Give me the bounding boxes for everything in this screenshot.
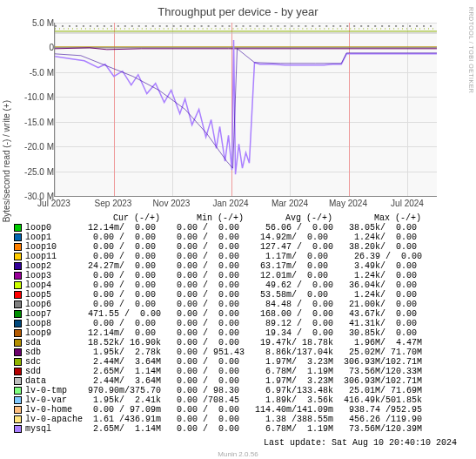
legend-text: lv-0-home 0.00 / 97.09m 0.00 / 0.00 114.…	[25, 405, 427, 415]
plot-area	[54, 23, 437, 197]
legend-text: loop2 24.27m/ 0.00 0.00 / 0.00 63.17m/ 0…	[25, 261, 422, 271]
legend-swatch	[14, 300, 22, 308]
legend-swatch	[14, 233, 22, 241]
xtick: May 2024	[326, 199, 370, 208]
legend-text: loop6 0.00 / 0.00 0.00 / 0.00 84.48 / 0.…	[25, 300, 422, 309]
xtick: Jul 2023	[32, 199, 76, 208]
legend-swatch	[14, 387, 22, 395]
xtick: Mar 2024	[268, 199, 312, 208]
legend-row: loop3 0.00 / 0.00 0.00 / 0.00 12.01m/ 0.…	[14, 271, 427, 280]
chart-lines	[55, 23, 437, 196]
legend-swatch	[14, 310, 22, 318]
legend-swatch	[14, 262, 22, 270]
legend-text: loop0 12.14m/ 0.00 0.00 / 0.00 56.06 / 0…	[25, 223, 422, 233]
legend-swatch	[14, 406, 22, 414]
rrdtool-watermark: RRDTOOL / TOBI OETIKER	[468, 7, 474, 93]
legend-row: lv-0-tmp 970.90m/375.70 0.00 / 98.30 6.9…	[14, 386, 427, 395]
legend-text: loop9 12.14m/ 0.00 0.00 / 0.00 19.34 / 0…	[25, 328, 422, 338]
legend-swatch	[14, 329, 22, 337]
legend-swatch	[14, 358, 22, 366]
legend-row: lv-0-apache 1.61 /436.91m 0.00 / 0.00 1.…	[14, 415, 427, 424]
legend-row: loop5 0.00 / 0.00 0.00 / 0.00 53.58m/ 0.…	[14, 290, 427, 300]
legend-row: loop2 24.27m/ 0.00 0.00 / 0.00 63.17m/ 0…	[14, 261, 427, 271]
ytick: 0	[6, 43, 54, 52]
legend-text: data 2.44M/ 3.64M 0.00 / 0.00 1.97M/ 3.2…	[25, 376, 422, 386]
ytick: 5.0 M	[6, 18, 54, 28]
legend-text: loop4 0.00 / 0.00 0.00 / 0.00 49.62 / 0.…	[25, 280, 422, 290]
legend-row: loop10 0.00 / 0.00 0.00 / 0.00 127.47 / …	[14, 242, 427, 252]
legend-row: loop0 12.14m/ 0.00 0.00 / 0.00 56.06 / 0…	[14, 223, 427, 233]
ytick: -5.0 M	[6, 68, 54, 78]
legend-text: lv-0-tmp 970.90m/375.70 0.00 / 98.30 6.9…	[25, 386, 422, 395]
legend-row: sda 18.52k/ 16.90k 0.00 / 0.00 19.47k/ 1…	[14, 338, 427, 348]
legend-swatch	[14, 243, 22, 251]
legend-swatch	[14, 348, 22, 356]
legend-swatch	[14, 272, 22, 280]
legend-swatch	[14, 224, 22, 232]
legend-swatch	[14, 377, 22, 385]
ytick: -25.0 M	[6, 167, 54, 177]
legend-row: loop1 0.00 / 0.00 0.00 / 0.00 14.92m/ 0.…	[14, 233, 427, 242]
legend-row: sdc 2.44M/ 3.64M 0.00 / 0.00 1.97M/ 3.23…	[14, 357, 427, 367]
legend-swatch	[14, 281, 22, 289]
legend-table: Cur (-/+) Min (-/+) Avg (-/+) Max (-/+) …	[14, 213, 427, 434]
legend-row: loop6 0.00 / 0.00 0.00 / 0.00 84.48 / 0.…	[14, 300, 427, 309]
legend-text: lv-0-apache 1.61 /436.91m 0.00 / 0.00 1.…	[25, 415, 427, 424]
legend-swatch	[14, 339, 22, 347]
legend-text: loop7 471.55 / 0.00 0.00 / 0.00 168.00 /…	[25, 309, 422, 319]
legend-text: loop11 0.00 / 0.00 0.00 / 0.00 1.17m/ 0.…	[25, 252, 427, 261]
xtick: Jan 2024	[209, 199, 252, 208]
last-update: Last update: Sat Aug 10 20:40:10 2024	[264, 438, 457, 448]
legend-row: lv-0-var 1.95k/ 2.41k 0.00 /708.45 1.89k…	[14, 395, 427, 405]
legend-text: loop5 0.00 / 0.00 0.00 / 0.00 53.58m/ 0.…	[25, 290, 422, 300]
legend-row: mysql 2.65M/ 1.14M 0.00 / 0.00 6.78M/ 1.…	[14, 424, 427, 434]
legend-text: loop3 0.00 / 0.00 0.00 / 0.00 12.01m/ 0.…	[25, 271, 422, 280]
legend-text: sdb 1.95k/ 2.78k 0.00 / 951.43 8.86k/137…	[25, 348, 422, 357]
ytick: -10.0 M	[6, 92, 54, 102]
legend-row: loop4 0.00 / 0.00 0.00 / 0.00 49.62 / 0.…	[14, 280, 427, 290]
legend-row: sdb 1.95k/ 2.78k 0.00 / 951.43 8.86k/137…	[14, 348, 427, 357]
legend-row: sdd 2.65M/ 1.14M 0.00 / 0.00 6.78M/ 1.19…	[14, 367, 427, 376]
legend-text: loop1 0.00 / 0.00 0.00 / 0.00 14.92m/ 0.…	[25, 233, 422, 242]
legend-swatch	[14, 320, 22, 327]
legend-row: loop9 12.14m/ 0.00 0.00 / 0.00 19.34 / 0…	[14, 328, 427, 338]
legend-text: mysql 2.65M/ 1.14M 0.00 / 0.00 6.78M/ 1.…	[25, 424, 422, 434]
legend-text: lv-0-var 1.95k/ 2.41k 0.00 /708.45 1.89k…	[25, 395, 422, 405]
legend-row: loop7 471.55 / 0.00 0.00 / 0.00 168.00 /…	[14, 309, 427, 319]
xtick: Jul 2024	[385, 199, 429, 208]
legend-row: loop8 0.00 / 0.00 0.00 / 0.00 89.12 / 0.…	[14, 319, 427, 328]
legend-row: data 2.44M/ 3.64M 0.00 / 0.00 1.97M/ 3.2…	[14, 376, 427, 386]
legend-row: loop11 0.00 / 0.00 0.00 / 0.00 1.17m/ 0.…	[14, 252, 427, 261]
footer-version: Munin 2.0.56	[0, 450, 476, 458]
xtick: Nov 2023	[150, 199, 193, 208]
legend-swatch	[14, 425, 22, 433]
legend-swatch	[14, 368, 22, 375]
legend-text: loop10 0.00 / 0.00 0.00 / 0.00 127.47 / …	[25, 242, 422, 252]
xtick: Sep 2023	[91, 199, 135, 208]
ytick: -15.0 M	[6, 118, 54, 127]
legend-swatch	[14, 415, 22, 423]
legend-text: sda 18.52k/ 16.90k 0.00 / 0.00 19.47k/ 1…	[25, 338, 422, 348]
chart-title: Throughput per device - by year	[0, 0, 476, 18]
legend-row: lv-0-home 0.00 / 97.09m 0.00 / 0.00 114.…	[14, 405, 427, 415]
legend-swatch	[14, 253, 22, 260]
legend-header: Cur (-/+) Min (-/+) Avg (-/+) Max (-/+)	[14, 213, 427, 223]
legend-text: loop8 0.00 / 0.00 0.00 / 0.00 89.12 / 0.…	[25, 319, 422, 328]
legend-swatch	[14, 396, 22, 404]
legend-text: sdc 2.44M/ 3.64M 0.00 / 0.00 1.97M/ 3.23…	[25, 357, 422, 367]
legend-text: sdd 2.65M/ 1.14M 0.00 / 0.00 6.78M/ 1.19…	[25, 367, 422, 376]
legend-swatch	[14, 291, 22, 299]
ytick: -20.0 M	[6, 142, 54, 152]
